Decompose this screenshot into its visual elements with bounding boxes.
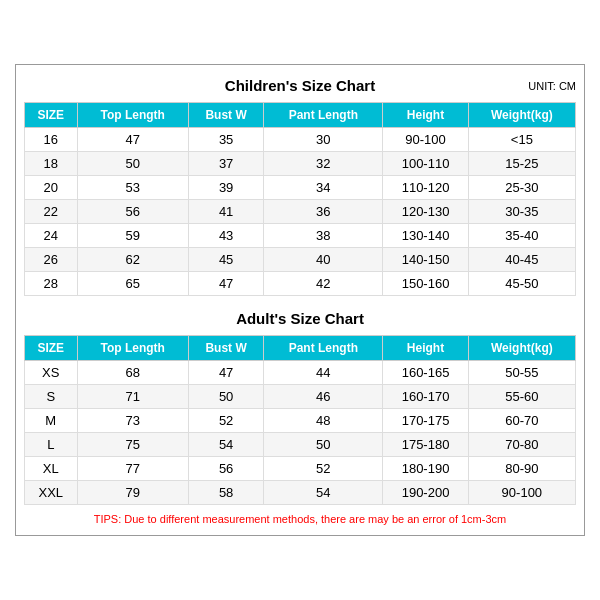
table-row: L755450175-18070-80 [25, 433, 576, 457]
adult-col-weight: Weight(kg) [468, 336, 575, 361]
children-header-row: SIZE Top Length Bust W Pant Length Heigh… [25, 103, 576, 128]
adult-col-top-length: Top Length [77, 336, 188, 361]
adult-table: SIZE Top Length Bust W Pant Length Heigh… [24, 335, 576, 505]
table-row: 22564136120-13030-35 [25, 200, 576, 224]
table-row: XXL795854190-20090-100 [25, 481, 576, 505]
table-row: M735248170-17560-70 [25, 409, 576, 433]
adult-title-text: Adult's Size Chart [236, 310, 364, 327]
table-row: 24594338130-14035-40 [25, 224, 576, 248]
children-col-bust: Bust W [188, 103, 263, 128]
chart-wrapper: Children's Size Chart UNIT: CM SIZE Top … [15, 64, 585, 536]
adult-col-size: SIZE [25, 336, 78, 361]
children-col-size: SIZE [25, 103, 78, 128]
tips-text: TIPS: Due to different measurement metho… [24, 513, 576, 527]
adult-col-pant: Pant Length [264, 336, 383, 361]
adult-col-bust: Bust W [188, 336, 263, 361]
table-row: S715046160-17055-60 [25, 385, 576, 409]
table-row: 28654742150-16045-50 [25, 272, 576, 296]
adult-section-title: Adult's Size Chart [24, 306, 576, 331]
children-col-top-length: Top Length [77, 103, 188, 128]
children-section-title: Children's Size Chart UNIT: CM [24, 73, 576, 98]
unit-label: UNIT: CM [528, 80, 576, 92]
children-table: SIZE Top Length Bust W Pant Length Heigh… [24, 102, 576, 296]
table-row: 20533934110-12025-30 [25, 176, 576, 200]
adult-header-row: SIZE Top Length Bust W Pant Length Heigh… [25, 336, 576, 361]
children-col-weight: Weight(kg) [468, 103, 575, 128]
children-title-text: Children's Size Chart [225, 77, 375, 94]
table-row: XL775652180-19080-90 [25, 457, 576, 481]
adult-col-height: Height [383, 336, 468, 361]
children-col-height: Height [383, 103, 468, 128]
children-col-pant: Pant Length [264, 103, 383, 128]
table-row: 1647353090-100<15 [25, 128, 576, 152]
table-row: 26624540140-15040-45 [25, 248, 576, 272]
table-row: XS684744160-16550-55 [25, 361, 576, 385]
table-row: 18503732100-11015-25 [25, 152, 576, 176]
